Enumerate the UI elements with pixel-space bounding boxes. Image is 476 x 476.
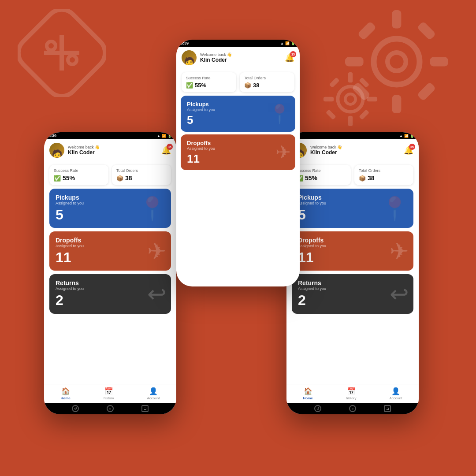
status-bar-right: 5:39 ▲ 📶 🔋 — [286, 132, 419, 139]
android-home-left[interactable]: ○ — [107, 405, 114, 412]
dropoffs-card-center[interactable]: Dropoffs Assigned to you 11 ✈ — [181, 134, 295, 171]
home-nav-icon-left: 🏠 — [61, 387, 70, 395]
history-nav-icon-right: 📅 — [347, 387, 356, 395]
returns-card-left[interactable]: Returns Assigned to you 2 ↩ — [49, 274, 171, 313]
android-home-right[interactable]: ○ — [349, 405, 356, 412]
history-nav-label-right: history — [346, 396, 357, 400]
stats-row-right: Success Rate ✅ 55% Total Orders 📦 38 — [286, 161, 419, 189]
nav-history-left[interactable]: 📅 history — [104, 387, 114, 400]
cards-left: Pickups Assigned to you 5 📍 Dropoffs Ass… — [44, 189, 176, 384]
cards-center: Pickups Assigned to you 5 📍 Dropoffs Ass… — [176, 96, 300, 286]
app-header-left: 🧑 Welcome back 👋 Klin Coder 🔔 35 — [44, 139, 176, 161]
bell-badge-right: 35 — [409, 144, 415, 150]
android-bar-left: ↺ ○ ⊐ — [44, 403, 176, 414]
dropoffs-card-right[interactable]: Dropoffs Assigned to you 11 ✈ — [292, 231, 413, 271]
returns-card-right[interactable]: Returns Assigned to you 2 ↩ — [292, 274, 413, 313]
dropoffs-bg-icon-right: ✈ — [390, 238, 409, 264]
home-nav-label-right: Home — [303, 396, 313, 400]
nav-account-left[interactable]: 👤 Account — [147, 387, 160, 400]
box-icon-center: 📦 — [244, 82, 251, 89]
account-nav-icon-right: 👤 — [391, 387, 400, 395]
history-nav-icon-left: 📅 — [104, 387, 113, 395]
total-orders-value-right: 38 — [368, 175, 375, 182]
status-icons-right: ▲ 📶 🔋 — [399, 134, 414, 138]
pickups-card-left[interactable]: Pickups Assigned to you 5 📍 — [49, 189, 171, 228]
stats-row-left: Success Rate ✅ 55% Total Orders 📦 38 — [44, 161, 176, 189]
returns-bg-icon-right: ↩ — [390, 281, 409, 307]
nav-home-right[interactable]: 🏠 Home — [303, 387, 313, 400]
history-nav-label-left: history — [104, 396, 114, 400]
status-bar-left: 5:39 ▲ 📶 🔋 — [44, 132, 176, 139]
total-orders-card-left: Total Orders 📦 38 — [112, 165, 171, 185]
bell-badge-left: 35 — [167, 144, 173, 150]
total-orders-value-center: 38 — [253, 82, 259, 89]
welcome-text-right: Welcome back 👋 — [310, 145, 342, 149]
phone-right: 5:39 ▲ 📶 🔋 🧑 Welcome back 👋 Klin Coder 🔔… — [286, 132, 419, 414]
account-nav-label-right: Account — [390, 396, 402, 400]
success-rate-card-center: Success Rate ✅ 55% — [182, 72, 236, 92]
total-orders-label-right: Total Orders — [359, 168, 409, 173]
time-left: 5:39 — [48, 134, 56, 138]
user-name-center: Klin Coder — [200, 57, 232, 63]
success-rate-label-left: Success Rate — [54, 168, 104, 173]
android-back-left[interactable]: ↺ — [72, 405, 79, 412]
phone-left: 5:39 ▲ 📶 🔋 🧑 Welcome back 👋 Klin Coder 🔔… — [44, 132, 176, 414]
pickups-card-right[interactable]: Pickups Assigned to you 5 📍 — [292, 189, 413, 228]
box-icon-right: 📦 — [359, 175, 366, 182]
status-icons-center: ▲ 📶 🔋 — [280, 41, 295, 45]
bell-badge-center: 35 — [290, 51, 296, 57]
status-bar-center: 5:39 ▲ 📶 🔋 — [176, 40, 300, 47]
avatar-center: 🧑 — [182, 50, 197, 65]
success-rate-label-right: Success Rate — [296, 168, 346, 173]
nav-bar-left: 🏠 Home 📅 history 👤 Account — [44, 384, 176, 403]
total-orders-label-left: Total Orders — [116, 168, 167, 173]
welcome-text-center: Welcome back 👋 — [200, 52, 232, 57]
success-icon-left: ✅ — [54, 175, 61, 182]
dropoffs-bg-icon-center: ✈ — [275, 141, 291, 163]
success-rate-label-center: Success Rate — [186, 76, 232, 80]
home-nav-label-left: Home — [61, 396, 71, 400]
android-recents-right[interactable]: ⊐ — [384, 405, 391, 412]
app-header-right: 🧑 Welcome back 👋 Klin Coder 🔔 35 — [286, 139, 419, 161]
success-rate-value-center: 55% — [195, 82, 206, 89]
account-nav-label-left: Account — [147, 396, 160, 400]
returns-bg-icon-left: ↩ — [147, 281, 167, 307]
success-rate-value-left: 55% — [63, 175, 75, 182]
avatar-left: 🧑 — [49, 143, 64, 158]
box-icon-left: 📦 — [116, 175, 123, 182]
phone-center: 5:39 ▲ 📶 🔋 🧑 Welcome back 👋 Klin Coder 🔔 — [176, 40, 300, 286]
user-name-right: Klin Coder — [310, 149, 342, 156]
total-orders-card-center: Total Orders 📦 38 — [240, 72, 294, 92]
pickups-bg-icon-left: 📍 — [138, 195, 167, 222]
total-orders-label-center: Total Orders — [244, 76, 290, 80]
cards-right: Pickups Assigned to you 5 📍 Dropoffs Ass… — [286, 189, 419, 384]
success-rate-value-right: 55% — [305, 175, 317, 182]
nav-bar-right: 🏠 Home 📅 history 👤 Account — [286, 384, 419, 403]
success-rate-card-right: Success Rate ✅ 55% — [292, 165, 351, 185]
dropoffs-bg-icon-left: ✈ — [147, 238, 167, 264]
welcome-text-left: Welcome back 👋 — [68, 145, 100, 149]
bell-button-right[interactable]: 🔔 35 — [404, 145, 413, 155]
phones-container: 5:39 ▲ 📶 🔋 🧑 Welcome back 👋 Klin Coder 🔔 — [0, 0, 476, 476]
stats-row-center: Success Rate ✅ 55% Total Orders 📦 38 — [176, 69, 300, 96]
android-bar-right: ↺ ○ ⊐ — [286, 403, 419, 414]
total-orders-card-right: Total Orders 📦 38 — [354, 165, 413, 185]
time-center: 5:39 — [181, 41, 189, 45]
success-rate-card-left: Success Rate ✅ 55% — [49, 165, 108, 185]
app-header-center: 🧑 Welcome back 👋 Klin Coder 🔔 35 — [176, 47, 300, 69]
pickups-card-center[interactable]: Pickups Assigned to you 5 📍 — [181, 96, 295, 132]
bell-button-left[interactable]: 🔔 35 — [161, 145, 171, 155]
nav-account-right[interactable]: 👤 Account — [390, 387, 402, 400]
total-orders-value-left: 38 — [125, 175, 132, 182]
home-nav-icon-right: 🏠 — [304, 387, 312, 395]
android-back-right[interactable]: ↺ — [314, 405, 321, 412]
nav-home-left[interactable]: 🏠 Home — [61, 387, 71, 400]
bell-button-center[interactable]: 🔔 35 — [285, 53, 294, 63]
android-recents-left[interactable]: ⊐ — [141, 405, 149, 412]
dropoffs-card-left[interactable]: Dropoffs Assigned to you 11 ✈ — [49, 231, 171, 271]
success-icon-center: ✅ — [186, 82, 193, 89]
status-icons-left: ▲ 📶 🔋 — [157, 134, 172, 138]
user-name-left: Klin Coder — [68, 149, 100, 156]
pickups-bg-icon-center: 📍 — [268, 103, 291, 124]
nav-history-right[interactable]: 📅 history — [346, 387, 357, 400]
